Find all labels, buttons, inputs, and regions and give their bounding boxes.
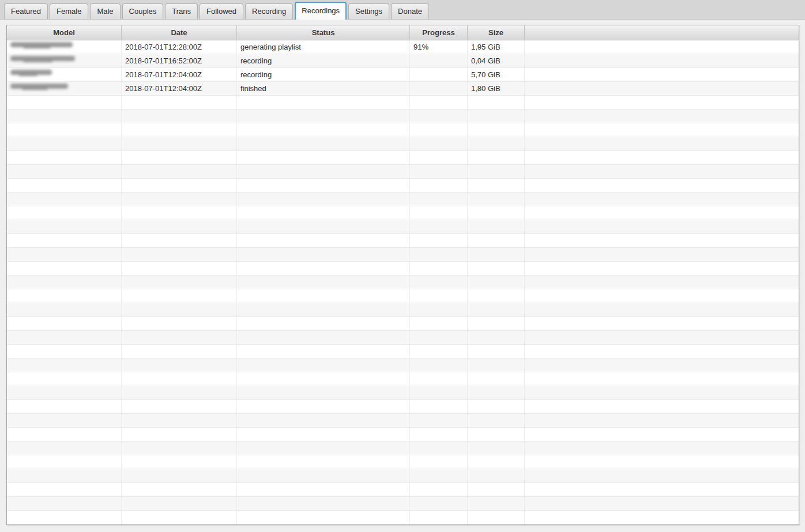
- empty-cell: [468, 400, 525, 413]
- empty-cell: [410, 442, 468, 455]
- empty-row: [7, 289, 799, 303]
- empty-cell: [525, 151, 799, 164]
- empty-cell: [122, 511, 237, 524]
- empty-cell: [7, 123, 122, 137]
- empty-cell: [122, 193, 237, 206]
- notebook-page: ModelDateStatusProgressSize 2018-07-01T1…: [0, 20, 805, 525]
- table-row[interactable]: 2018-07-01T12:28:00Zgenerating playlist9…: [7, 40, 799, 54]
- table-row[interactable]: 2018-07-01T16:52:00Zrecording0,04 GiB: [7, 54, 799, 68]
- empty-cell: [7, 96, 122, 109]
- tab-followed[interactable]: Followed: [200, 3, 243, 19]
- tab-male[interactable]: Male: [90, 3, 120, 19]
- empty-cell: [237, 497, 410, 510]
- empty-cell: [7, 220, 122, 233]
- tab-settings[interactable]: Settings: [348, 3, 389, 19]
- empty-cell: [7, 455, 122, 469]
- empty-cell: [410, 359, 468, 372]
- empty-cell: [525, 110, 799, 123]
- empty-cell: [237, 289, 410, 303]
- empty-cell: [122, 234, 237, 247]
- empty-cell: [237, 303, 410, 316]
- empty-cell: [468, 469, 525, 482]
- empty-cell: [237, 317, 410, 330]
- column-header-progress[interactable]: Progress: [410, 25, 468, 40]
- empty-cell: [525, 511, 799, 524]
- column-header-date[interactable]: Date: [122, 25, 237, 40]
- empty-cell: [410, 345, 468, 358]
- empty-cell: [122, 455, 237, 469]
- empty-cell: [410, 137, 468, 150]
- empty-cell: [237, 262, 410, 275]
- empty-row: [7, 276, 799, 289]
- empty-cell: [237, 483, 410, 496]
- empty-cell: [410, 414, 468, 427]
- tab-female[interactable]: Female: [50, 3, 88, 19]
- empty-cell: [237, 400, 410, 413]
- tab-bar: FeaturedFemaleMaleCouplesTransFollowedRe…: [0, 0, 805, 20]
- empty-cell: [7, 414, 122, 427]
- column-header-size[interactable]: Size: [468, 25, 525, 40]
- empty-cell: [410, 331, 468, 344]
- empty-cell: [410, 511, 468, 524]
- empty-cell: [468, 110, 525, 123]
- tab-featured[interactable]: Featured: [4, 3, 48, 19]
- empty-cell: [410, 276, 468, 289]
- table-row[interactable]: 2018-07-01T12:04:00Zrecording5,70 GiB: [7, 68, 799, 82]
- empty-row: [7, 469, 799, 483]
- tab-couples[interactable]: Couples: [122, 3, 164, 19]
- empty-cell: [122, 276, 237, 289]
- empty-cell: [410, 400, 468, 413]
- empty-cell: [410, 262, 468, 275]
- empty-cell: [468, 372, 525, 386]
- empty-cell: [122, 483, 237, 496]
- empty-cell: [237, 469, 410, 482]
- empty-row: [7, 303, 799, 317]
- empty-cell: [410, 303, 468, 316]
- empty-cell: [410, 220, 468, 233]
- empty-cell: [525, 455, 799, 469]
- empty-cell: [7, 372, 122, 386]
- empty-cell: [7, 345, 122, 358]
- empty-cell: [525, 193, 799, 206]
- empty-cell: [468, 193, 525, 206]
- tab-trans[interactable]: Trans: [165, 3, 198, 19]
- empty-cell: [122, 442, 237, 455]
- empty-cell: [237, 179, 410, 192]
- empty-cell: [410, 372, 468, 386]
- table-row[interactable]: 2018-07-01T12:04:00Zfinished1,80 GiB: [7, 82, 799, 96]
- empty-cell: [525, 165, 799, 178]
- tab-donate[interactable]: Donate: [391, 3, 429, 19]
- column-header-model[interactable]: Model: [7, 25, 122, 40]
- tab-recordings[interactable]: Recordings: [295, 2, 347, 20]
- empty-cell: [468, 497, 525, 510]
- empty-row: [7, 165, 799, 179]
- empty-cell: [525, 123, 799, 137]
- empty-cell: [122, 469, 237, 482]
- empty-row: [7, 483, 799, 497]
- empty-cell: [525, 289, 799, 303]
- empty-cell: [525, 317, 799, 330]
- filler-cell: [525, 82, 799, 95]
- empty-cell: [410, 455, 468, 469]
- empty-row: [7, 110, 799, 123]
- model-redacted-blur: [10, 70, 52, 76]
- empty-cell: [525, 262, 799, 275]
- empty-cell: [7, 303, 122, 316]
- empty-row: [7, 220, 799, 234]
- empty-cell: [525, 303, 799, 316]
- empty-cell: [237, 206, 410, 220]
- empty-cell: [122, 345, 237, 358]
- empty-cell: [410, 497, 468, 510]
- app-window: FeaturedFemaleMaleCouplesTransFollowedRe…: [0, 0, 805, 525]
- empty-cell: [122, 165, 237, 178]
- empty-row: [7, 206, 799, 220]
- empty-cell: [237, 248, 410, 261]
- empty-cell: [237, 151, 410, 164]
- column-header-status[interactable]: Status: [237, 25, 410, 40]
- empty-row: [7, 123, 799, 137]
- empty-row: [7, 442, 799, 455]
- tab-recording[interactable]: Recording: [245, 3, 293, 19]
- empty-cell: [410, 469, 468, 482]
- empty-cell: [468, 248, 525, 261]
- empty-cell: [410, 386, 468, 399]
